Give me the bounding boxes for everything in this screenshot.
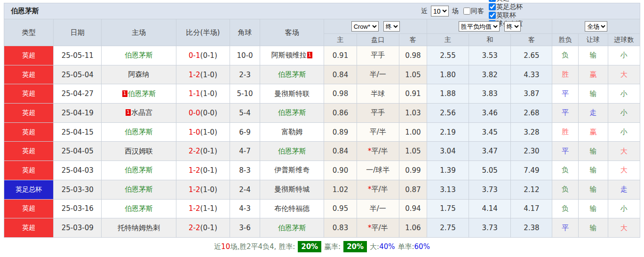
goals-result-cell: 大 [608, 218, 640, 238]
fulltime-score: 0-1 [189, 51, 200, 60]
result-group-header: 全场 [552, 19, 640, 34]
competition-checkbox-0[interactable] [489, 0, 496, 2]
goals-result-cell: 小 [608, 104, 640, 123]
date-cell: 25-04-03 [54, 161, 102, 180]
odds-home-cell: 0.84 [324, 142, 357, 161]
avg-away-cell: 3.87 [511, 84, 552, 104]
avg-away-cell: 4.17 [511, 199, 552, 218]
team-name: 伯恩茅斯 [128, 89, 156, 98]
score-cell: 1-2(1-0) [176, 65, 230, 84]
home-team-cell: 伯恩茅斯 [102, 46, 176, 65]
sub-header-goals: 进球数 [608, 34, 640, 46]
same-opponent-filter[interactable]: 同客 [461, 7, 484, 16]
avg-draw-cell: 3.47 [469, 142, 511, 161]
odds-home-cell: 0.90 [324, 161, 357, 180]
col-header-home: 主场 [102, 19, 176, 46]
home-team-cell: 托特纳姆热刺 [102, 218, 176, 238]
handicap-result-cell: 输 [578, 84, 608, 104]
competition-label: 英联杯 [496, 11, 516, 20]
avg-away-cell: 2.38 [511, 218, 552, 238]
team-name: 伯恩茅斯 [125, 128, 153, 136]
avg-draw-cell: 3.73 [469, 180, 511, 199]
result-cell: 平 [552, 218, 578, 238]
avg-home-cell: 2.75 [427, 218, 469, 238]
avg-draw-cell: 3.82 [469, 65, 511, 84]
avg-draw-cell: 3.73 [469, 218, 511, 238]
odds-away-cell: 0.98 [399, 46, 427, 65]
home-team-cell: 1水晶宫 [102, 104, 176, 123]
odds-away-cell: 1.06 [399, 218, 427, 238]
handicap-change-star: * [368, 185, 372, 193]
corner-cell: 6-9 [230, 122, 260, 142]
team-name: 布伦特福德 [274, 204, 310, 213]
competition-filter-1[interactable]: 英足总杯 [486, 3, 523, 11]
corner-cell: 4-7 [230, 142, 260, 161]
fulltime-score: 2-2 [189, 147, 200, 155]
result-scope-select[interactable]: 全场 [585, 21, 607, 32]
sub-header-outcome: 胜负 [552, 34, 578, 46]
odds-away-cell: 0.94 [399, 199, 427, 218]
handicap-result-cell: 输 [578, 46, 608, 65]
match-history-panel: 伯恩茅斯 近 10 场 同客 英超英足总杯英联杯球会友谊 类型 日期 主场 比 [0, 0, 644, 256]
match-row: 英超25-04-05西汉姆联2-2(0-1)4-7伯恩茅斯0.84*平/半1.0… [4, 142, 640, 161]
avg-type-select[interactable]: 胜平负均值 [459, 21, 500, 32]
away-team-cell: 曼彻斯特城 [260, 180, 324, 199]
avg-draw-cell: 5.05 [469, 161, 511, 180]
summary-footer: 近10场,胜2平4负4, 胜率: 20% 赢率: 20% 大:40% 单率:60… [4, 238, 640, 256]
away-team-cell: 阿斯顿维拉1 [260, 46, 324, 65]
home-team-cell: 伯恩茅斯 [102, 180, 176, 199]
competition-checkbox-2[interactable] [489, 12, 496, 19]
red-card-badge: 1 [126, 109, 131, 116]
match-row: 英超25-04-191水晶宫0-0(0-0)5-4伯恩茅斯0.86平手1.032… [4, 104, 640, 123]
avg-home-cell: 1.39 [427, 161, 469, 180]
fulltime-score: 2-2 [189, 224, 200, 232]
match-row: 英足总杯25-03-30伯恩茅斯1-2(1-0)2-4曼彻斯特城1.02*平/半… [4, 180, 640, 199]
team-name: 伯恩茅斯 [278, 147, 306, 155]
date-cell: 25-03-09 [54, 218, 102, 238]
odds-home-cell: 0.89 [324, 122, 357, 142]
avg-away-cell: 7.49 [511, 161, 552, 180]
recent-count-select[interactable]: 10 [431, 6, 449, 16]
handicap-result-cell: 输 [578, 218, 608, 238]
handicap-result-cell: 赢 [578, 122, 608, 142]
team-name: 曼彻斯特联 [274, 89, 310, 98]
handicap-change-star: * [368, 224, 372, 232]
home-team-cell: 西汉姆联 [102, 142, 176, 161]
odds-home-cell: 0.83 [324, 218, 357, 238]
match-row: 英超25-03-16伯恩茅斯1-2(1-1)4-3布伦特福德0.95半/一0.9… [4, 199, 640, 218]
result-cell: 平 [552, 84, 578, 104]
home-team-cell: 伯恩茅斯 [102, 161, 176, 180]
fulltime-score: 1-2 [189, 71, 200, 79]
competition-checkbox-1[interactable] [489, 3, 496, 10]
result-cell: 平 [552, 142, 578, 161]
result-cell: 平 [552, 104, 578, 123]
avg-time-select[interactable]: 终 [504, 21, 521, 32]
odds-time-select[interactable]: 终 [383, 21, 400, 32]
team-name: 伯恩茅斯 [278, 224, 306, 232]
odds-home-cell: 0.91 [324, 46, 357, 65]
avg-home-cell: 2.56 [427, 104, 469, 123]
same-opponent-checkbox[interactable] [463, 8, 470, 15]
avg-away-cell: 3.28 [511, 122, 552, 142]
away-team-cell: 伯恩茅斯 [260, 142, 324, 161]
goals-result-cell: 大 [608, 142, 640, 161]
match-row: 英超25-03-09托特纳姆热刺2-2(0-1)3-6伯恩茅斯0.83*平/半1… [4, 218, 640, 238]
result-cell: 负 [552, 180, 578, 199]
competition-filter-2[interactable]: 英联杯 [486, 11, 523, 20]
handicap-result-cell: 输 [578, 161, 608, 180]
away-team-cell: 富勒姆 [260, 122, 324, 142]
result-cell: 负 [552, 46, 578, 65]
league-cell: 英超 [4, 218, 54, 238]
odds-home-cell: 1.02 [324, 180, 357, 199]
avg-home-cell: 2.19 [427, 122, 469, 142]
odds-away-cell: 0.99 [399, 161, 427, 180]
goals-result-cell: 小 [608, 199, 640, 218]
sub-header-avg-draw: 和 [469, 34, 511, 46]
big-label: 大:40% [370, 242, 395, 251]
result-cell: 胜 [552, 65, 578, 84]
odds-company-select[interactable]: Crow* [351, 21, 379, 32]
handicap-line-cell: 平/半 [357, 122, 399, 142]
handicap-line-cell: 一/球半 [357, 161, 399, 180]
handicap-result-cell: 赢 [578, 65, 608, 84]
date-cell: 25-04-15 [54, 122, 102, 142]
